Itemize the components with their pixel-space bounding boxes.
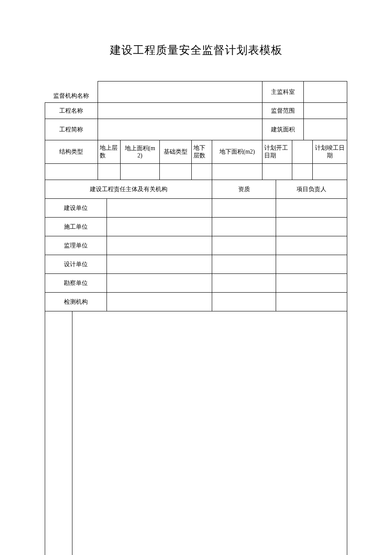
value-plan-end <box>313 164 347 180</box>
label-supervise-unit: 监理单位 <box>45 236 107 255</box>
label-area-above: 地上面积(m2) <box>121 140 159 164</box>
value-supervise-unit-name <box>107 236 212 255</box>
value-design-unit-qual <box>212 255 276 274</box>
value-scope <box>303 103 347 119</box>
label-structure-type: 结构类型 <box>45 140 98 164</box>
label-foundation-type: 基础类型 <box>159 140 191 164</box>
label-build-unit: 建设单位 <box>45 199 107 218</box>
value-area-below <box>212 164 262 180</box>
label-floors-below: 地下层数 <box>191 140 212 164</box>
value-survey-unit-qual <box>212 274 276 293</box>
value-test-org-leader <box>276 293 347 311</box>
value-structure-type <box>45 164 98 180</box>
value-foundation-type <box>159 164 191 180</box>
spacer <box>292 164 312 180</box>
label-survey-unit: 勘察单位 <box>45 274 107 293</box>
label-plan-end: 计划竣工日期 <box>313 140 347 164</box>
value-special-content <box>72 311 347 555</box>
supervision-plan-table: 监督机构名称 主监科室 工程名称 监督范围 工程简称 建筑面积 结构类型 地上层… <box>45 81 347 555</box>
value-build-unit-name <box>107 199 212 218</box>
value-floors-below <box>191 164 212 180</box>
label-building-area: 建筑面积 <box>262 119 304 140</box>
value-plan-start <box>262 164 292 180</box>
label-plan-start: 计划开工日期 <box>262 140 292 164</box>
label-main-office: 主监科室 <box>262 81 304 103</box>
value-design-unit-leader <box>276 255 347 274</box>
spacer <box>292 140 312 164</box>
value-survey-unit-name <box>107 274 212 293</box>
value-building-area <box>303 119 347 140</box>
value-main-office <box>303 81 347 103</box>
label-special-content: 督点专监内监重及项督容 <box>45 311 72 555</box>
value-construct-unit-name <box>107 218 212 236</box>
value-test-org-name <box>107 293 212 311</box>
value-supervise-unit-qual <box>212 236 276 255</box>
label-project-leader: 项目负责人 <box>276 180 347 199</box>
page-title: 建设工程质量安全监督计划表模板 <box>45 43 347 58</box>
label-project-short: 工程简称 <box>45 119 98 140</box>
label-construct-unit: 施工单位 <box>45 218 107 236</box>
value-design-unit-name <box>107 255 212 274</box>
value-build-unit-qual <box>212 199 276 218</box>
value-construct-unit-leader <box>276 218 347 236</box>
label-qualification: 资质 <box>212 180 276 199</box>
label-org-name: 监督机构名称 <box>45 81 98 103</box>
value-area-above <box>121 164 159 180</box>
value-test-org-qual <box>212 293 276 311</box>
label-test-org: 检测机构 <box>45 293 107 311</box>
value-construct-unit-qual <box>212 218 276 236</box>
value-survey-unit-leader <box>276 274 347 293</box>
value-org-name <box>98 81 262 103</box>
label-project-name: 工程名称 <box>45 103 98 119</box>
label-scope: 监督范围 <box>262 103 304 119</box>
label-floors-above: 地上层数 <box>98 140 121 164</box>
value-project-name <box>98 103 262 119</box>
value-project-short <box>98 119 262 140</box>
label-design-unit: 设计单位 <box>45 255 107 274</box>
value-floors-above <box>98 164 121 180</box>
label-area-below: 地下面积(m2) <box>212 140 262 164</box>
value-build-unit-leader <box>276 199 347 218</box>
label-responsible-bodies: 建设工程责任主体及有关机构 <box>45 180 212 199</box>
value-supervise-unit-leader <box>276 236 347 255</box>
